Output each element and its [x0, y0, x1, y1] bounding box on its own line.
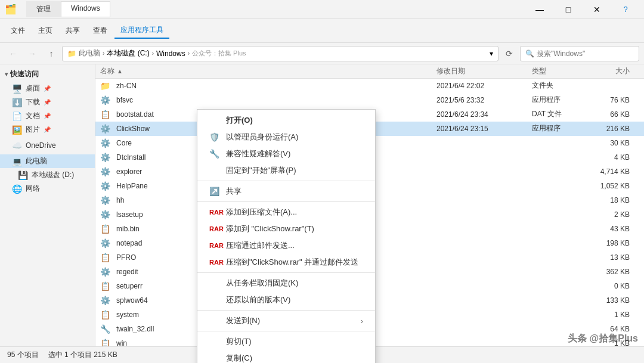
context-menu-item[interactable]: 剪切(T) [197, 333, 375, 350]
file-size: 216 KB [592, 125, 639, 133]
file-name: splwow64 [116, 296, 148, 305]
file-type-icon: 🔧 [100, 324, 110, 334]
file-type: 应用程序 [532, 123, 592, 134]
file-name: lsasetup [116, 210, 143, 219]
context-menu-item[interactable]: 复制(C) [197, 350, 375, 363]
context-menu-item[interactable]: 🛡️以管理员身份运行(A) [197, 129, 375, 145]
back-button[interactable]: ← [5, 45, 21, 62]
context-menu-separator [197, 201, 375, 202]
col-header-type[interactable]: 类型 [532, 66, 592, 76]
file-name: explorer [116, 167, 142, 176]
refresh-button[interactable]: ⟳ [501, 45, 518, 62]
context-menu: 打开(O)🛡️以管理员身份运行(A)🔧兼容性疑难解答(V)固定到"开始"屏幕(P… [197, 109, 376, 363]
pin-icon: 📌 [44, 126, 51, 133]
sidebar-item-documents[interactable]: 📄 文档 📌 [0, 109, 95, 123]
title-bar-left: 🗂️ 管理 Windows [5, 1, 110, 17]
search-input[interactable] [537, 49, 634, 58]
title-bar: 🗂️ 管理 Windows — □ ✕ ? [0, 0, 644, 19]
file-type-icon: 📋 [100, 281, 110, 291]
ctx-label: 发送到(N) [226, 315, 260, 326]
sidebar-item-network[interactable]: 🌐 网络 [0, 182, 95, 196]
watermark: 头条 @拾集Plus [568, 333, 638, 345]
forward-button[interactable]: → [24, 45, 41, 62]
maximize-button[interactable]: □ [555, 0, 582, 19]
file-size: 18 KB [592, 196, 639, 204]
search-box[interactable]: 🔍 [520, 46, 639, 61]
file-date: 2021/6/24 23:34 [436, 110, 532, 119]
context-menu-item[interactable]: RAR添加到 "ClickShow.rar"(T) [197, 221, 375, 237]
context-menu-item[interactable]: 发送到(N)› [197, 312, 375, 329]
col-header-date[interactable]: 修改日期 [436, 66, 532, 76]
ctx-label: 压缩到"ClickShow.rar" 并通过邮件发送 [226, 257, 358, 268]
sidebar-item-downloads[interactable]: ⬇️ 下载 📌 [0, 95, 95, 109]
ctx-label: 剪切(T) [226, 336, 252, 347]
file-date: 2021/5/6 23:32 [436, 96, 532, 104]
toolbar-file[interactable]: 文件 [5, 23, 31, 38]
drive-icon: 💾 [18, 170, 28, 180]
context-menu-item[interactable]: 还原以前的版本(V) [197, 291, 375, 308]
ctx-label: 以管理员身份运行(A) [226, 132, 298, 142]
context-menu-item[interactable]: 🔧兼容性疑难解答(V) [197, 145, 375, 162]
file-date: 2021/6/4 22:02 [436, 82, 532, 90]
file-type-icon: ⚙️ [100, 210, 110, 219]
close-button[interactable]: ✕ [583, 0, 611, 19]
ctx-label: 从任务栏取消固定(K) [226, 278, 298, 288]
file-size: 30 KB [592, 139, 639, 147]
tab-windows[interactable]: Windows [61, 1, 110, 17]
file-row[interactable]: 📁 zh-CN 2021/6/4 22:02 文件夹 [95, 79, 644, 93]
file-type-icon: 📋 [100, 224, 110, 234]
sidebar-item-pictures[interactable]: 🖼️ 图片 📌 [0, 123, 95, 136]
network-icon: 🌐 [12, 184, 22, 194]
file-type-icon: ⚙️ [100, 153, 110, 162]
file-name: zh-CN [116, 82, 137, 90]
file-row[interactable]: ⚙️ bfsvc 2021/5/6 23:32 应用程序 76 KB [95, 93, 644, 107]
sidebar-item-desktop[interactable]: 🖥️ 桌面 📌 [0, 82, 95, 95]
sidebar-item-this-pc[interactable]: 💻 此电脑 [0, 154, 95, 168]
address-bar: ← → ↑ 📁 此电脑 › 本地磁盘 (C:) › Windows › 公众号：… [0, 43, 644, 64]
file-type-icon: 📁 [100, 81, 110, 91]
col-header-size[interactable]: 大小 [592, 66, 639, 76]
context-menu-separator [197, 181, 375, 181]
sidebar-item-drive-d[interactable]: 💾 本地磁盘 (D:) [0, 168, 95, 182]
up-button[interactable]: ↑ [43, 45, 60, 62]
file-list-header: 名称 ▲ 修改日期 类型 大小 [95, 64, 644, 79]
download-icon: ⬇️ [12, 98, 22, 107]
toolbar-home[interactable]: 主页 [32, 23, 58, 38]
context-menu-item[interactable]: 从任务栏取消固定(K) [197, 275, 375, 291]
file-type-icon: ⚙️ [100, 167, 110, 176]
file-type-icon: ⚙️ [100, 138, 110, 148]
tab-manage[interactable]: 管理 [26, 1, 61, 17]
file-type-icon: ⚙️ [100, 196, 110, 205]
file-size: 362 KB [592, 268, 639, 276]
file-size: 0 KB [592, 282, 639, 290]
quick-access-header[interactable]: ▾ 快速访问 [0, 67, 95, 82]
onedrive-icon: ☁️ [12, 141, 22, 150]
context-menu-item[interactable]: 固定到"开始"屏幕(P) [197, 162, 375, 179]
toolbar-view[interactable]: 查看 [87, 23, 113, 38]
ctx-label: 复制(C) [226, 353, 252, 363]
context-menu-item[interactable]: ↗️共享 [197, 183, 375, 200]
file-size: 2 KB [592, 210, 639, 219]
sidebar-item-onedrive[interactable]: ☁️ OneDrive [0, 139, 95, 152]
file-name: notepad [116, 239, 142, 247]
help-button[interactable]: ? [612, 0, 639, 19]
file-size: 4 KB [592, 153, 639, 162]
context-menu-item[interactable]: 打开(O) [197, 112, 375, 129]
col-header-name[interactable]: 名称 ▲ [100, 66, 436, 76]
item-count: 95 个项目 [7, 350, 39, 360]
address-path[interactable]: 📁 此电脑 › 本地磁盘 (C:) › Windows › 公众号：拾集 Plu… [62, 46, 499, 61]
file-name: hh [116, 196, 124, 204]
file-size: 64 KB [592, 325, 639, 333]
toolbar-app-tools[interactable]: 应用程序工具 [114, 23, 169, 39]
file-name: DtcInstall [116, 153, 145, 162]
context-menu-item[interactable]: RAR压缩通过邮件发送... [197, 237, 375, 254]
context-menu-item[interactable]: RAR添加到压缩文件(A)... [197, 204, 375, 221]
pin-icon: 📌 [44, 99, 51, 106]
ctx-label: 固定到"开始"屏幕(P) [226, 165, 296, 176]
toolbar-share[interactable]: 共享 [60, 23, 86, 38]
file-name: PFRO [116, 253, 136, 262]
file-name: Core [116, 139, 132, 147]
minimize-button[interactable]: — [526, 0, 553, 19]
context-menu-item[interactable]: RAR压缩到"ClickShow.rar" 并通过邮件发送 [197, 254, 375, 271]
shield-icon: 🛡️ [209, 132, 221, 142]
